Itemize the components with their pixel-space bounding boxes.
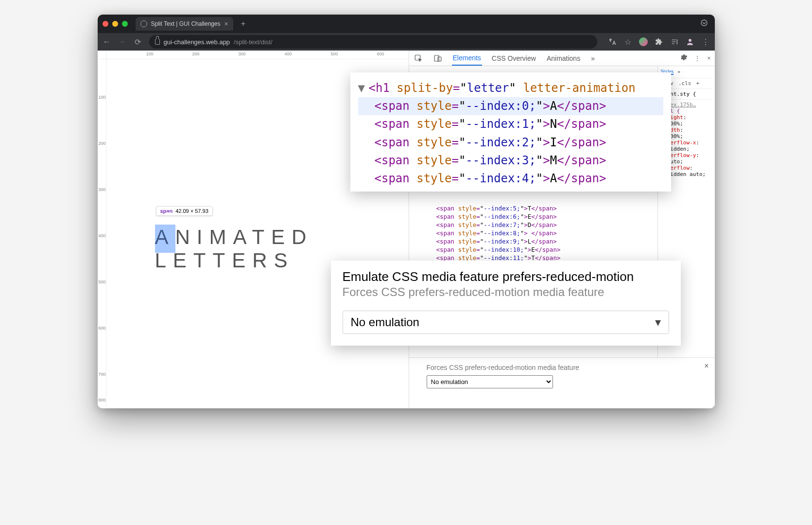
dom-span-line: <span style="--index:0;">A</span> bbox=[358, 97, 663, 115]
devtools-settings-icon[interactable] bbox=[680, 53, 688, 63]
cls-toggle[interactable]: .cls bbox=[678, 80, 691, 87]
reading-list-icon[interactable] bbox=[670, 37, 679, 46]
inspect-element-icon[interactable] bbox=[413, 54, 424, 63]
rendering-label: Forces CSS prefers-reduced-motion media … bbox=[427, 364, 697, 371]
svg-rect-3 bbox=[434, 55, 439, 61]
heading-rest: NIMATED LETTERS bbox=[155, 226, 313, 272]
ruler-horizontal: 100 200 300 400 500 600 bbox=[98, 51, 409, 59]
url-path: /split-text/dist/ bbox=[234, 38, 272, 46]
overlay-subtitle: Forces CSS prefers-reduced-motion media … bbox=[343, 285, 669, 299]
tabs-overflow[interactable]: » bbox=[590, 52, 596, 65]
content-area: 100 200 300 400 500 600 100 200 300 400 … bbox=[98, 51, 715, 408]
bookmark-icon[interactable]: ☆ bbox=[623, 37, 632, 46]
dom-line-h1: ▼<h1 split-by="letter" letter-animation bbox=[358, 79, 663, 97]
back-button[interactable]: ← bbox=[103, 37, 111, 46]
element-tooltip: span 42.09 × 57.93 bbox=[156, 206, 213, 216]
window-controls bbox=[103, 21, 128, 27]
tab-strip: Split Text | GUI Challenges × + bbox=[98, 15, 715, 33]
tab-overflow-icon[interactable] bbox=[700, 19, 708, 29]
dom-span-line-small[interactable]: <span style="--index:10;">E</span> bbox=[409, 245, 657, 254]
svg-rect-4 bbox=[438, 57, 441, 61]
ruler-vertical: 100 200 300 400 500 600 700 800 bbox=[98, 51, 106, 408]
devtools-tabs: Elements CSS Overview Animations » ⋮ × bbox=[409, 51, 715, 66]
styles-more[interactable]: » bbox=[677, 68, 680, 75]
minimize-window-icon[interactable] bbox=[112, 21, 118, 27]
dom-span-line-small[interactable]: <span style="--index:7;">D</span> bbox=[409, 221, 657, 229]
svg-point-1 bbox=[689, 39, 691, 42]
new-tab-button[interactable]: + bbox=[237, 19, 249, 28]
tooltip-dimensions: 42.09 × 57.93 bbox=[175, 208, 208, 214]
tooltip-tagname: span bbox=[160, 208, 173, 214]
extension-icon[interactable] bbox=[639, 37, 648, 46]
svg-point-0 bbox=[701, 20, 707, 26]
tab-animations[interactable]: Animations bbox=[546, 52, 581, 65]
dom-span-line: <span style="--index:3;">M</span> bbox=[358, 152, 663, 170]
extensions-icon[interactable] bbox=[655, 37, 663, 46]
close-window-icon[interactable] bbox=[103, 21, 108, 27]
drawer-close-icon[interactable]: × bbox=[704, 362, 708, 370]
browser-menu-icon[interactable]: ⋮ bbox=[701, 37, 710, 46]
overlay-title: Emulate CSS media feature prefers-reduce… bbox=[343, 269, 669, 284]
maximize-window-icon[interactable] bbox=[122, 21, 128, 27]
rendering-select[interactable]: No emulation bbox=[427, 375, 553, 388]
tab-css-overview[interactable]: CSS Overview bbox=[491, 52, 537, 65]
favicon-icon bbox=[140, 20, 147, 27]
rendering-zoom-overlay: Emulate CSS media feature prefers-reduce… bbox=[331, 261, 681, 346]
address-bar[interactable]: gui-challenges.web.app/split-text/dist/ bbox=[149, 35, 597, 49]
profile-icon[interactable] bbox=[686, 37, 694, 46]
url-host: gui-challenges.web.app bbox=[164, 38, 230, 46]
close-tab-icon[interactable]: × bbox=[224, 20, 228, 28]
disclosure-triangle-icon: ▼ bbox=[358, 79, 369, 97]
browser-tab[interactable]: Split Text | GUI Challenges × bbox=[136, 17, 233, 31]
forward-button[interactable]: → bbox=[118, 37, 127, 46]
browser-toolbar: ← → ⟳ gui-challenges.web.app/split-text/… bbox=[98, 33, 715, 51]
browser-window: Split Text | GUI Challenges × + ← → ⟳ gu… bbox=[98, 15, 715, 408]
add-rule-button[interactable]: + bbox=[696, 80, 700, 87]
devtools-close-icon[interactable]: × bbox=[707, 55, 710, 62]
reload-button[interactable]: ⟳ bbox=[134, 37, 142, 47]
dropdown-caret-icon: ▾ bbox=[655, 315, 661, 329]
overlay-select[interactable]: No emulation ▾ bbox=[343, 311, 669, 334]
heading-first-letter: A bbox=[155, 226, 175, 248]
tab-title: Split Text | GUI Challenges bbox=[151, 20, 221, 27]
translate-icon[interactable] bbox=[608, 37, 617, 46]
dom-span-line-small[interactable]: <span style="--index:6;">E</span> bbox=[409, 212, 657, 221]
dom-span-line: <span style="--index:1;">N</span> bbox=[358, 115, 663, 133]
overlay-select-value: No emulation bbox=[351, 315, 419, 329]
devtools-menu-icon[interactable]: ⋮ bbox=[694, 55, 700, 62]
tab-elements[interactable]: Elements bbox=[452, 51, 482, 66]
dom-span-line-small[interactable]: <span style="--index:5;">T</span> bbox=[409, 204, 657, 212]
lock-icon bbox=[155, 39, 160, 45]
toolbar-icons: ☆ ⋮ bbox=[608, 37, 710, 46]
dom-zoom-overlay: ▼<h1 split-by="letter" letter-animation … bbox=[350, 72, 671, 192]
dom-span-line-small[interactable]: <span style="--index:9;">L</span> bbox=[409, 237, 657, 245]
dom-span-line: <span style="--index:4;">A</span> bbox=[358, 170, 663, 188]
dom-span-line: <span style="--index:2;">I</span> bbox=[358, 134, 663, 152]
device-toolbar-icon[interactable] bbox=[432, 54, 443, 63]
rendering-drawer: × Forces CSS prefers-reduced-motion medi… bbox=[409, 357, 715, 408]
dom-span-line-small[interactable]: <span style="--index:8;"> </span> bbox=[409, 229, 657, 237]
